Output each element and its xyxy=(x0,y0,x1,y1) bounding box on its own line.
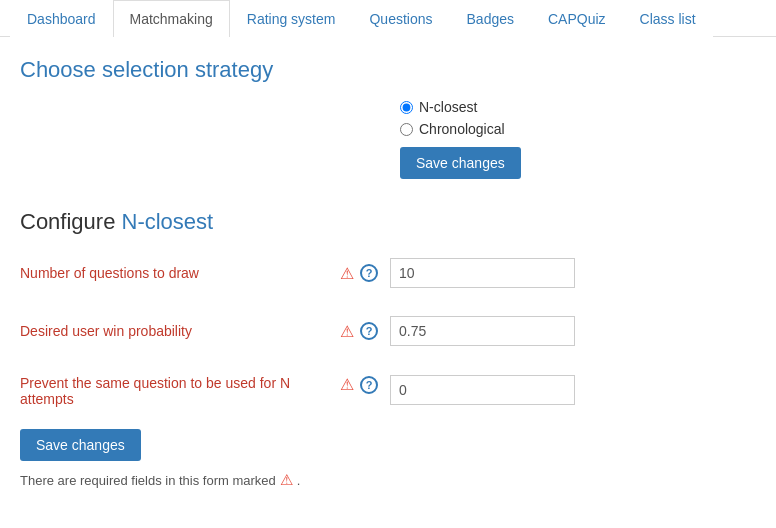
radio-label-text-chronological: Chronological xyxy=(419,121,505,137)
field-prevent-reuse-label-line2: attempts xyxy=(20,391,74,407)
field-prevent-reuse-row: Prevent the same question to be used for… xyxy=(20,371,756,407)
strategy-title: Choose selection strategy xyxy=(20,57,756,83)
configure-section: Configure N-closest Number of questions … xyxy=(20,209,756,461)
configure-title: Configure N-closest xyxy=(20,209,756,235)
radio-label-n-closest[interactable]: N-closest xyxy=(400,99,756,115)
field-num-questions-row: Number of questions to draw ⚠ ? xyxy=(20,255,756,291)
tab-capquiz[interactable]: CAPQuiz xyxy=(531,0,623,37)
field-prevent-reuse-input[interactable] xyxy=(390,375,575,405)
field-win-probability-icons: ⚠ ? xyxy=(340,322,390,341)
tab-class-list[interactable]: Class list xyxy=(623,0,713,37)
field-win-probability-row: Desired user win probability ⚠ ? xyxy=(20,313,756,349)
nav-tabs: DashboardMatchmakingRating systemQuestio… xyxy=(0,0,776,37)
tab-badges[interactable]: Badges xyxy=(450,0,531,37)
field-prevent-reuse-icons: ⚠ ? xyxy=(340,375,390,394)
save-changes-button-2[interactable]: Save changes xyxy=(20,429,141,461)
help-icon-3[interactable]: ? xyxy=(360,376,378,394)
configure-title-blue: N-closest xyxy=(122,209,214,234)
tab-dashboard[interactable]: Dashboard xyxy=(10,0,113,37)
field-prevent-reuse-label-line1: Prevent the same question to be used for… xyxy=(20,375,290,391)
tab-matchmaking[interactable]: Matchmaking xyxy=(113,0,230,37)
radio-label-text-n-closest: N-closest xyxy=(419,99,477,115)
field-num-questions-icons: ⚠ ? xyxy=(340,264,390,283)
strategy-section: Choose selection strategy N-closestChron… xyxy=(20,57,756,179)
required-icon-3: ⚠ xyxy=(340,375,354,394)
field-num-questions-input[interactable] xyxy=(390,258,575,288)
field-prevent-reuse-label: Prevent the same question to be used for… xyxy=(20,375,340,407)
radio-n-closest[interactable] xyxy=(400,101,413,114)
help-icon-1[interactable]: ? xyxy=(360,264,378,282)
save-changes-button-1[interactable]: Save changes xyxy=(400,147,521,179)
field-win-probability-input[interactable] xyxy=(390,316,575,346)
radio-group: N-closestChronological xyxy=(400,99,756,137)
radio-label-chronological[interactable]: Chronological xyxy=(400,121,756,137)
footer-note: There are required fields in this form m… xyxy=(20,471,756,489)
footer-note-text: There are required fields in this form m… xyxy=(20,473,276,488)
tab-rating-system[interactable]: Rating system xyxy=(230,0,353,37)
required-icon-1: ⚠ xyxy=(340,264,354,283)
page-content: Choose selection strategy N-closestChron… xyxy=(0,57,776,509)
help-icon-2[interactable]: ? xyxy=(360,322,378,340)
radio-chronological[interactable] xyxy=(400,123,413,136)
field-win-probability-label: Desired user win probability xyxy=(20,323,340,339)
tab-questions[interactable]: Questions xyxy=(352,0,449,37)
footer-required-icon: ⚠ xyxy=(280,471,293,489)
configure-title-black: Configure xyxy=(20,209,122,234)
footer-note-period: . xyxy=(297,473,301,488)
field-num-questions-label: Number of questions to draw xyxy=(20,265,340,281)
required-icon-2: ⚠ xyxy=(340,322,354,341)
